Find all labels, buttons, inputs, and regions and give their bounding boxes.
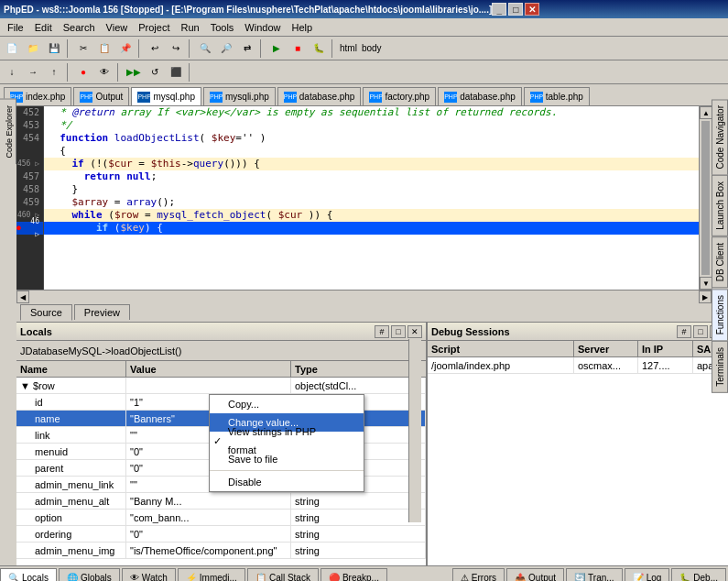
- paste-btn[interactable]: 📌: [115, 38, 136, 59]
- search-btn[interactable]: 🔍: [195, 38, 215, 59]
- debug-pin-btn[interactable]: #: [677, 325, 691, 338]
- table-row[interactable]: ordering "0" string: [16, 526, 426, 543]
- ctx-copy[interactable]: Copy...: [210, 395, 364, 413]
- debug-table-body: /joomla/index.php oscmax... 127.... apac…: [428, 357, 728, 565]
- sep8: [189, 63, 192, 82]
- debug-script: /joomla/index.php: [428, 357, 574, 373]
- table-row[interactable]: admin_menu_alt "Banny M... string: [16, 493, 426, 510]
- row-name: menuid: [16, 444, 126, 459]
- continue-btn[interactable]: ▶▶: [124, 62, 144, 82]
- scroll-thumb[interactable]: [701, 121, 710, 275]
- stop-btn[interactable]: ■: [288, 38, 308, 59]
- debug-float-btn[interactable]: □: [693, 325, 708, 338]
- row-value: "0": [126, 526, 291, 542]
- find-btn[interactable]: 🔎: [216, 38, 236, 59]
- menu-item-view[interactable]: View: [101, 20, 134, 35]
- toolbar-row-1: 📄 📁 💾 ✂ 📋 📌 ↩ ↪ 🔍 🔎 ⇄ ▶ ■ 🐛 html body: [0, 37, 728, 60]
- functions-tab[interactable]: Functions: [712, 289, 728, 341]
- source-tab[interactable]: Source: [20, 304, 72, 321]
- launch-box-tab[interactable]: Launch Box: [712, 175, 728, 236]
- save-btn[interactable]: 💾: [44, 38, 64, 59]
- redo-btn[interactable]: ↪: [166, 38, 186, 59]
- file-tab-tablephp[interactable]: PHPtable.php: [524, 87, 590, 105]
- preview-tab[interactable]: Preview: [74, 304, 130, 320]
- output-tab-icon: 📤: [515, 573, 526, 581]
- cut-btn[interactable]: ✂: [73, 38, 93, 59]
- code-editor[interactable]: * @return array If <var>key</var> is emp…: [44, 106, 699, 290]
- replace-btn[interactable]: ⇄: [237, 38, 257, 59]
- table-row[interactable]: admin_menu_img "is/ThemeOffice/component…: [16, 543, 426, 559]
- terminals-tab[interactable]: Terminals: [712, 341, 728, 393]
- deb-tab-icon: 🐛: [679, 573, 690, 581]
- menu-item-run[interactable]: Run: [175, 20, 204, 35]
- tab-globals[interactable]: 🌐 Globals: [59, 568, 120, 581]
- step-out-btn[interactable]: ↑: [44, 62, 64, 82]
- db-client-tab[interactable]: DB Client: [712, 236, 728, 288]
- file-tab-mysqliphp[interactable]: PHPmysqli.php: [203, 87, 276, 105]
- scroll-up-btn[interactable]: ▲: [700, 106, 712, 119]
- locals-float-btn[interactable]: □: [391, 325, 406, 338]
- step-into-btn[interactable]: ↓: [2, 62, 22, 82]
- tab-locals[interactable]: 🔍 Locals: [0, 568, 57, 581]
- undo-btn[interactable]: ↩: [145, 38, 165, 59]
- line-454: 454: [16, 132, 43, 145]
- open-btn[interactable]: 📁: [23, 38, 43, 59]
- maximize-button[interactable]: □: [508, 3, 523, 16]
- scroll-down-btn[interactable]: ▼: [700, 277, 712, 290]
- code-navigator-tab[interactable]: Code Navigator: [712, 99, 728, 175]
- file-tab-Output[interactable]: PHPOutput: [73, 87, 129, 105]
- tab-deb[interactable]: 🐛 Deb...: [671, 568, 726, 581]
- editor-scrollbar-h[interactable]: ◀ ▶: [16, 290, 712, 302]
- ctx-disable[interactable]: Disable: [210, 473, 364, 491]
- table-row[interactable]: ▼ $row object(stdCl...: [16, 378, 426, 394]
- menu-item-project[interactable]: Project: [133, 20, 175, 35]
- locals-close-btn[interactable]: ✕: [407, 325, 422, 338]
- restart-btn[interactable]: ↺: [145, 62, 165, 82]
- code-explorer-tab[interactable]: Code Explorer: [0, 99, 16, 164]
- tab-log[interactable]: 📝 Log: [625, 568, 670, 581]
- tab-breakp[interactable]: 🔴 Breakp...: [321, 568, 387, 581]
- scroll-right-btn[interactable]: ▶: [699, 290, 712, 303]
- ctx-view-strings[interactable]: ✓View strings in PHP format: [210, 432, 364, 450]
- tab-errors[interactable]: ⚠ Errors: [452, 568, 505, 581]
- editor-scrollbar-v[interactable]: ▲ ▼: [699, 106, 712, 290]
- copy-btn[interactable]: 📋: [94, 38, 114, 59]
- debug-panel-header: Debug Sessions # □ ✕: [428, 323, 728, 341]
- tab-immedi[interactable]: ⚡ Immedi...: [178, 568, 245, 581]
- file-tab-databasephp[interactable]: PHPdatabase.php: [277, 87, 362, 105]
- menu-item-help[interactable]: Help: [286, 20, 318, 35]
- table-row[interactable]: option "com_bann... string: [16, 510, 426, 526]
- line-459: 459: [16, 196, 43, 209]
- breakpoint-btn[interactable]: ●: [73, 62, 93, 82]
- close-button[interactable]: ✕: [525, 3, 539, 16]
- file-tab-mysqlphp[interactable]: PHPmysql.php: [131, 87, 201, 105]
- watch-btn[interactable]: 👁: [94, 62, 114, 82]
- menu-item-search[interactable]: Search: [58, 20, 101, 35]
- scroll-left-btn[interactable]: ◀: [16, 290, 29, 303]
- debug-session-row[interactable]: /joomla/index.php oscmax... 127.... apac…: [428, 357, 728, 374]
- line-458: 458: [16, 183, 43, 196]
- ctx-separator: [210, 470, 364, 471]
- tab-watch[interactable]: 👁 Watch: [122, 568, 176, 581]
- tab-tran[interactable]: 🔄 Tran...: [566, 568, 623, 581]
- minimize-button[interactable]: _: [492, 3, 506, 16]
- locals-scrollbar-v[interactable]: [408, 339, 421, 522]
- stop-debug-btn[interactable]: ⬛: [166, 62, 186, 82]
- menu-item-file[interactable]: File: [2, 20, 29, 35]
- run-btn[interactable]: ▶: [266, 38, 287, 59]
- tab-output[interactable]: 📤 Output: [506, 568, 564, 581]
- tab-callstack[interactable]: 📋 Call Stack: [247, 568, 319, 581]
- file-tab-factoryphp[interactable]: PHPfactory.php: [363, 87, 436, 105]
- tab-label: database.php: [460, 92, 516, 102]
- debug-btn[interactable]: 🐛: [309, 38, 329, 59]
- locals-pin-btn[interactable]: #: [375, 325, 389, 338]
- menu-item-tools[interactable]: Tools: [205, 20, 240, 35]
- tab-bar: PHPindex.phpPHPOutputPHPmysql.phpPHPmysq…: [0, 84, 728, 106]
- watch-tab-icon: 👁: [130, 573, 139, 581]
- file-tab-databasephp[interactable]: PHPdatabase.php: [438, 87, 522, 105]
- new-btn[interactable]: 📄: [2, 38, 22, 59]
- menu-item-window[interactable]: Window: [239, 20, 286, 35]
- menu-item-edit[interactable]: Edit: [29, 20, 58, 35]
- locals-title: Locals: [20, 326, 52, 337]
- step-over-btn[interactable]: →: [23, 62, 43, 82]
